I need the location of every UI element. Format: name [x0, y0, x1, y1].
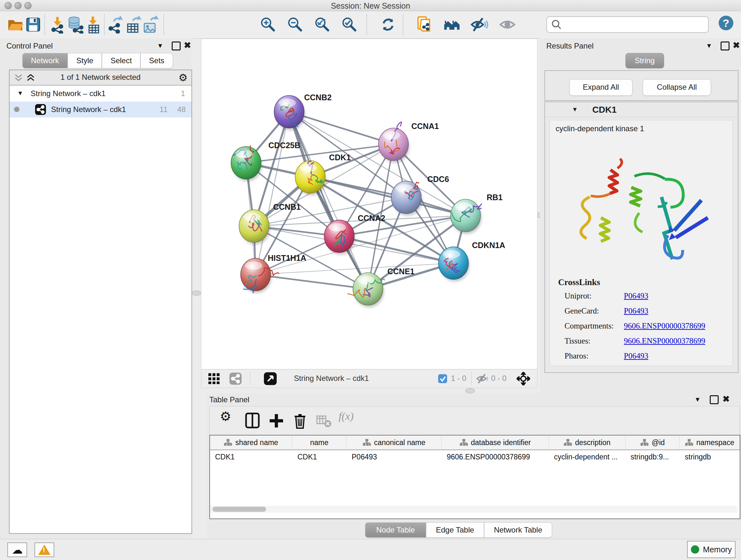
create-network-from-selection-icon[interactable] — [415, 16, 433, 34]
panel-float-icon[interactable] — [721, 42, 730, 51]
cell-name[interactable]: CDK1 — [292, 450, 347, 464]
help-icon[interactable]: ? — [719, 16, 733, 30]
add-column-icon[interactable] — [268, 412, 285, 429]
column-tree-icon — [640, 439, 649, 446]
column-header-canonical-name[interactable]: canonical name — [347, 435, 442, 449]
crosslink-link[interactable]: P06493 — [624, 352, 648, 361]
panel-close-icon[interactable]: ✖ — [184, 40, 191, 51]
panel-close-icon[interactable]: ✖ — [733, 40, 740, 51]
expand-all-button[interactable]: Expand All — [569, 79, 632, 96]
memory-button[interactable]: Memory — [687, 541, 736, 558]
tab-edge-table[interactable]: Edge Table — [426, 522, 484, 538]
network-canvas[interactable]: CCNB2CCNA1CDC25BCDK1CDC6RB1CCNB1CCNA2CDK… — [201, 39, 537, 370]
panel-menu-caret-icon[interactable]: ▼ — [706, 42, 712, 50]
crosslink-link[interactable]: 9606.ENSP00000378699 — [624, 321, 705, 330]
delete-column-icon[interactable] — [291, 412, 309, 429]
node-CCNE1[interactable]: CCNE1 — [348, 267, 414, 307]
node-count: 11 — [159, 105, 167, 114]
function-builder-icon-disabled: f(x) — [339, 410, 356, 428]
save-session-icon[interactable] — [24, 16, 42, 34]
selected-checkbox-icon[interactable] — [438, 374, 447, 383]
svg-text:CDC25B: CDC25B — [268, 141, 300, 150]
search-input[interactable] — [563, 18, 708, 31]
node-CDKN1A[interactable]: CDKN1A — [439, 241, 505, 281]
tab-sets[interactable]: Sets — [140, 53, 173, 68]
open-in-window-icon[interactable] — [264, 372, 277, 385]
tree-expand-caret-icon[interactable]: ▼ — [17, 90, 23, 97]
left-splitter-handle[interactable] — [192, 291, 201, 296]
network-row[interactable]: String Network – cdk1 11 48 — [10, 102, 192, 118]
zoom-out-icon[interactable] — [286, 16, 304, 34]
cell-shared-name[interactable]: CDK1 — [210, 450, 292, 464]
entry-header[interactable]: ▼ CDK1 — [545, 102, 738, 117]
cell-namespace[interactable]: stringdb — [680, 450, 740, 464]
crosslink-label: Tissues: — [564, 336, 624, 346]
show-all-eye-icon[interactable] — [498, 16, 516, 34]
zoom-in-icon[interactable] — [259, 16, 277, 34]
hide-selected-eye-slash-icon[interactable] — [470, 16, 488, 34]
column-header-description[interactable]: description — [549, 435, 625, 449]
tab-network-table[interactable]: Network Table — [484, 522, 552, 538]
birdseye-grid-icon[interactable] — [208, 373, 220, 384]
crosslink-row: Tissues:9606.ENSP00000378699 — [564, 336, 724, 346]
pan-crosshair-icon[interactable] — [517, 372, 530, 385]
tab-network[interactable]: Network — [22, 53, 68, 68]
refresh-layout-icon[interactable] — [379, 16, 397, 34]
tab-select[interactable]: Select — [102, 53, 140, 68]
table-options-gear-icon[interactable]: ⚙ — [220, 409, 237, 426]
export-network-icon[interactable] — [107, 16, 125, 34]
zoom-selected-icon[interactable] — [340, 16, 358, 34]
import-network-file-icon[interactable] — [49, 16, 66, 34]
cell-description[interactable]: cyclin-dependent ... — [549, 450, 625, 464]
export-image-icon[interactable] — [142, 16, 159, 34]
table-horizontal-scrollbar[interactable] — [210, 506, 737, 513]
toolbar-separator — [403, 14, 403, 35]
crosslink-link[interactable]: 9606.ENSP00000378699 — [624, 336, 705, 346]
column-header-database-identifier[interactable]: database identifier — [442, 435, 549, 449]
crosslink-link[interactable]: P06493 — [624, 307, 648, 315]
network-collection-row[interactable]: ▼ String Network – cdk1 1 — [10, 85, 192, 102]
show-column-panel-icon[interactable] — [244, 412, 261, 429]
network-list-header: 1 of 1 Network selected ⚙ — [10, 70, 192, 85]
node-CCNB2[interactable]: CCNB2 — [274, 93, 332, 130]
toolbar-separator — [163, 14, 164, 35]
network-share-icon[interactable] — [229, 373, 242, 385]
delete-table-icon-disabled — [315, 412, 332, 429]
collapse-all-button[interactable]: Collapse All — [643, 79, 711, 96]
first-neighbors-icon[interactable] — [443, 16, 461, 34]
entry-collapse-caret-icon[interactable]: ▼ — [572, 106, 578, 113]
column-header-name[interactable]: name — [292, 435, 347, 449]
tab-string[interactable]: String — [625, 53, 664, 68]
svg-text:CCNA2: CCNA2 — [358, 213, 385, 223]
node-CCNA1[interactable]: CCNA1 — [379, 122, 439, 163]
crosslink-label: GeneCard: — [564, 307, 624, 315]
panel-menu-caret-icon[interactable]: ▼ — [157, 42, 163, 50]
scrollbar-thumb[interactable] — [212, 507, 266, 512]
panel-close-icon[interactable]: ✖ — [723, 394, 730, 404]
node-RB1[interactable]: RB1 — [451, 193, 502, 234]
cloud-button[interactable]: ☁ — [7, 543, 27, 557]
panel-float-icon[interactable] — [710, 395, 719, 404]
tab-node-table[interactable]: Node Table — [365, 522, 426, 538]
import-table-file-icon[interactable] — [84, 16, 103, 34]
column-header-namespace[interactable]: namespace — [680, 435, 740, 449]
crosslinks-title: CrossLinks — [558, 277, 600, 287]
column-header-@id[interactable]: @id — [625, 435, 680, 449]
import-network-database-icon[interactable] — [66, 16, 84, 34]
warnings-button[interactable] — [35, 543, 54, 557]
cell-@id[interactable]: stringdb:9... — [625, 450, 680, 464]
panel-menu-caret-icon[interactable]: ▼ — [694, 396, 701, 403]
tab-style[interactable]: Style — [68, 53, 102, 68]
zoom-fit-icon[interactable] — [313, 16, 331, 34]
bottom-splitter-handle[interactable] — [465, 388, 475, 393]
string-network-graph[interactable]: CCNB2CCNA1CDC25BCDK1CDC6RB1CCNB1CCNA2CDK… — [201, 39, 537, 369]
panel-float-icon[interactable] — [172, 42, 181, 51]
cell-canonical-name[interactable]: P06493 — [347, 450, 442, 464]
network-options-gear-icon[interactable]: ⚙ — [179, 71, 188, 84]
table-row[interactable]: CDK1CDK1P064939606.ENSP00000378699cyclin… — [210, 450, 740, 464]
open-session-icon[interactable] — [6, 16, 24, 34]
cell-database-identifier[interactable]: 9606.ENSP00000378699 — [442, 450, 549, 464]
crosslink-link[interactable]: P06493 — [624, 292, 648, 300]
export-table-icon[interactable] — [125, 16, 142, 34]
column-header-shared-name[interactable]: shared name — [210, 435, 292, 449]
